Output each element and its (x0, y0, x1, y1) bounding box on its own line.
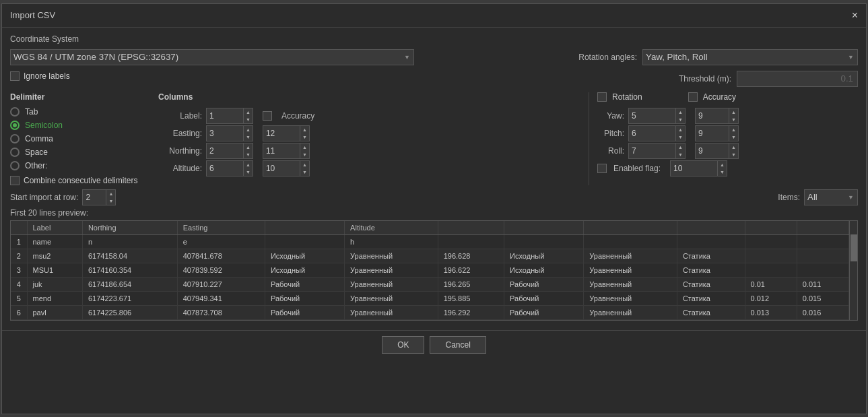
altitude-col-up[interactable]: ▲ (244, 161, 253, 168)
row-2-col8: Уравненный (584, 249, 677, 263)
label-col-up[interactable]: ▲ (244, 108, 253, 116)
row-5-altitude: 195.885 (438, 291, 504, 305)
northing-col-up[interactable]: ▲ (244, 143, 253, 151)
enabled-flag-down[interactable]: ▼ (718, 168, 727, 176)
enabled-flag-spin: ▲ ▼ (670, 160, 727, 177)
roll-down[interactable]: ▼ (676, 151, 685, 158)
rotation-angles-select[interactable]: Yaw, Pitch, Roll (642, 49, 858, 65)
row-num-4: 4 (11, 277, 27, 291)
scrollbar[interactable] (849, 221, 857, 320)
delimiter-space: Space (10, 148, 145, 157)
rotation-acc-checkbox[interactable] (688, 92, 698, 102)
enabled-flag-input[interactable] (670, 160, 717, 177)
yaw-acc-spin: ▲ ▼ (695, 108, 739, 124)
pitch-down[interactable]: ▼ (676, 133, 685, 141)
roll-acc-up[interactable]: ▲ (729, 143, 738, 151)
pitch-up[interactable]: ▲ (676, 126, 685, 133)
altitude-col-input[interactable] (206, 160, 243, 177)
delimiter-comma: Comma (10, 134, 145, 143)
row-1-label: name (27, 234, 82, 249)
roll-up[interactable]: ▲ (676, 143, 685, 151)
yaw-acc-up[interactable]: ▲ (729, 108, 738, 116)
start-import-input[interactable] (82, 189, 106, 205)
row-4-easting: 407910.227 (177, 277, 265, 291)
scrollbar-thumb[interactable] (850, 234, 857, 261)
table-scroll[interactable]: Label Northing Easting Altitude (11, 221, 849, 320)
pitch-acc-input[interactable] (695, 125, 729, 141)
label-col-down[interactable]: ▼ (244, 116, 253, 123)
yaw-acc-input[interactable] (695, 108, 729, 124)
pitch-acc-down[interactable]: ▼ (729, 133, 738, 141)
delimiter-other: Other: (10, 161, 145, 170)
yaw-acc-down[interactable]: ▼ (729, 116, 738, 123)
easting-col-down[interactable]: ▼ (244, 133, 253, 141)
northing-col-down[interactable]: ▼ (244, 151, 253, 158)
dialog-title: Import CSV (10, 10, 55, 20)
col-header-northing: Northing (82, 221, 177, 235)
col-header-6 (438, 221, 504, 235)
easting-acc-input[interactable] (263, 125, 300, 141)
label-col-input[interactable] (206, 108, 243, 124)
ignore-labels-checkbox[interactable] (10, 71, 20, 81)
main-section: Delimiter Tab Semicolon Comma (10, 92, 858, 185)
northing-acc-up[interactable]: ▲ (300, 143, 309, 151)
northing-col-row: Northing: ▲ ▼ ▲ ▼ (158, 142, 589, 160)
northing-col-input[interactable] (206, 143, 243, 159)
row-2-col10 (745, 249, 797, 263)
easting-acc-spin: ▲ ▼ (263, 125, 310, 141)
altitude-acc-input[interactable] (263, 160, 300, 177)
row-5-col11: 0.015 (797, 291, 848, 305)
pitch-input[interactable] (628, 125, 675, 141)
start-import-down[interactable]: ▼ (106, 197, 115, 205)
yaw-input[interactable] (628, 108, 675, 124)
semicolon-radio[interactable] (10, 121, 20, 130)
comma-radio[interactable] (10, 134, 20, 143)
row-6-col7: Рабочий (504, 305, 584, 319)
row-1-col6 (438, 234, 504, 249)
start-import-up[interactable]: ▲ (106, 190, 115, 197)
tab-radio[interactable] (10, 107, 20, 117)
other-radio[interactable] (10, 161, 20, 170)
threshold-input[interactable] (737, 71, 858, 87)
rotation-section: Rotation Accuracy Yaw: ▲ ▼ (589, 92, 858, 185)
easting-col-up[interactable]: ▲ (244, 126, 253, 133)
yaw-row: Yaw: ▲ ▼ ▲ ▼ (597, 107, 858, 125)
row-4-col10: 0.01 (745, 277, 797, 291)
rotation-checkbox[interactable] (597, 92, 607, 102)
ok-button[interactable]: OK (382, 336, 424, 354)
row-3-col9: Статика (677, 263, 745, 277)
roll-acc-input[interactable] (695, 143, 729, 159)
roll-row: Roll: ▲ ▼ ▲ ▼ (597, 142, 858, 160)
row-1-northing: n (82, 234, 177, 249)
northing-acc-input[interactable] (263, 143, 300, 159)
label-acc-checkbox[interactable] (263, 111, 272, 121)
yaw-up[interactable]: ▲ (676, 108, 685, 116)
pitch-acc-up[interactable]: ▲ (729, 126, 738, 133)
enabled-flag-up[interactable]: ▲ (718, 161, 727, 168)
items-select[interactable]: All (804, 189, 858, 205)
rotation-angles-label: Rotation angles: (549, 53, 637, 62)
altitude-col-down[interactable]: ▼ (244, 168, 253, 176)
easting-acc-down[interactable]: ▼ (300, 133, 309, 141)
coordinate-system-select[interactable]: WGS 84 / UTM zone 37N (EPSG::32637) (10, 49, 414, 65)
cancel-button[interactable]: Cancel (430, 336, 486, 354)
altitude-col-label: Altitude: (158, 164, 202, 173)
enabled-flag-checkbox[interactable] (597, 164, 607, 173)
altitude-acc-up[interactable]: ▲ (300, 161, 309, 168)
yaw-down[interactable]: ▼ (676, 116, 685, 123)
roll-input[interactable] (628, 143, 675, 159)
columns-section: Columns Label: ▲ ▼ Accuracy (152, 92, 589, 185)
altitude-acc-down[interactable]: ▼ (300, 168, 309, 176)
yaw-spin: ▲ ▼ (628, 108, 686, 124)
easting-col-input[interactable] (206, 125, 243, 141)
northing-acc-down[interactable]: ▼ (300, 151, 309, 158)
altitude-col-row: Altitude: ▲ ▼ ▲ ▼ (158, 160, 589, 177)
items-label: Items: (778, 193, 800, 202)
easting-col-spin: ▲ ▼ (206, 125, 253, 141)
space-radio[interactable] (10, 148, 20, 157)
easting-acc-up[interactable]: ▲ (300, 126, 309, 133)
close-button[interactable]: × (852, 9, 858, 22)
roll-acc-down[interactable]: ▼ (729, 151, 738, 158)
combine-checkbox[interactable] (10, 176, 20, 185)
preview-label: First 20 lines preview: (10, 208, 858, 218)
